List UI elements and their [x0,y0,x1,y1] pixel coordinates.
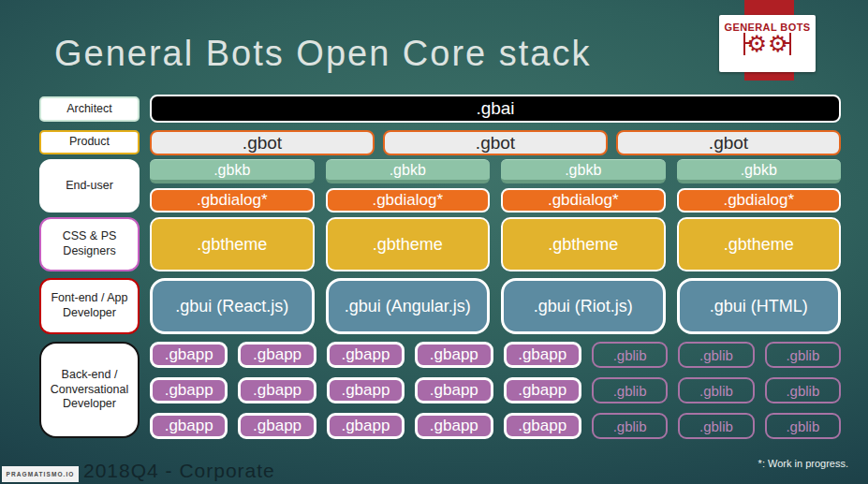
row-label-architect: Architect [39,96,140,122]
gbapp-box: .gbapp [150,413,228,439]
row-label-backend-developer: Back-end / Conversational Developer [39,342,140,438]
gbkb-box: .gbkb [150,159,315,183]
backend-row-1: .gbapp .gbapp .gbapp .gbapp .gbapp .gbli… [150,342,841,368]
gbdialog-row: .gbdialog* .gbdialog* .gbdialog* .gbdial… [150,188,841,213]
gbdialog-box: .gbdialog* [677,188,842,213]
gbui-html-box: .gbui (HTML) [677,278,842,334]
row-label-product: Product [39,130,140,154]
row-label-frontend-developer: Font-end / App Developer [39,278,140,334]
gbapp-box: .gbapp [504,377,581,403]
row-label-end-user: End-user [39,159,140,213]
gbai-row: .gbai [150,95,841,123]
gbtheme-row: .gbtheme .gbtheme .gbtheme .gbtheme [150,217,841,271]
backend-row-3: .gbapp .gbapp .gbapp .gbapp .gbapp .gbli… [150,413,841,439]
gbapp-box: .gbapp [415,377,493,403]
gbapp-box: .gbapp [327,342,405,368]
gbtheme-box: .gbtheme [677,217,842,271]
gbkb-row: .gbkb .gbkb .gbkb .gbkb [150,159,841,183]
gbkb-box: .gbkb [501,159,666,183]
gbot-box: .gbot [383,130,608,155]
gbapp-box: .gbapp [238,413,316,439]
gblib-box: .gblib [765,413,841,439]
slide: General Bots Open Core stack GENERAL BOT… [0,0,868,484]
bar-icon [789,33,791,55]
gbdialog-box: .gbdialog* [150,188,315,213]
page-title: General Bots Open Core stack [54,34,591,74]
gbapp-box: .gbapp [238,377,316,403]
gbkb-box: .gbkb [326,159,491,183]
gbapp-box: .gbapp [327,413,405,439]
gbot-box: .gbot [616,130,841,155]
gblib-box: .gblib [592,413,668,439]
gblib-box: .gblib [678,413,754,439]
gbui-react-box: .gbui (React.js) [150,278,315,334]
gbapp-box: .gbapp [504,413,581,439]
gblib-box: .gblib [592,342,668,368]
gbapp-box: .gbapp [150,377,228,403]
gbdialog-box: .gbdialog* [326,188,491,213]
logo-gears: ⚙ ⚙ [743,33,790,55]
gbkb-box: .gbkb [677,159,842,183]
gbtheme-box: .gbtheme [326,217,491,271]
gbot-row: .gbot .gbot .gbot [150,130,841,155]
gblib-box: .gblib [765,377,841,403]
gbapp-box: .gbapp [327,377,405,403]
gbot-box: .gbot [150,130,375,155]
gbapp-box: .gbapp [415,342,493,368]
backend-row-2: .gbapp .gbapp .gbapp .gbapp .gbapp .gbli… [150,377,841,403]
gbtheme-box: .gbtheme [501,217,666,271]
gbapp-box: .gbapp [150,342,228,368]
gbtheme-box: .gbtheme [150,217,315,271]
slide-edition-text: 2018Q4 - Corporate [83,460,275,482]
gbapp-box: .gbapp [415,413,493,439]
bar-icon [743,33,745,55]
gbapp-box: .gbapp [238,342,316,368]
row-label-designers: CSS & PS Designers [39,217,140,271]
pragmatismo-logo: PRAGMATISMO.IO [2,466,79,482]
gblib-box: .gblib [678,377,754,403]
gblib-box: .gblib [592,377,668,403]
gbai-box: .gbai [150,95,841,123]
gbapp-box: .gbapp [504,342,581,368]
gear-icon: ⚙ [768,33,788,55]
general-bots-logo: GENERAL BOTS ⚙ ⚙ [719,15,816,72]
gbdialog-box: .gbdialog* [501,188,666,213]
gblib-box: .gblib [765,342,841,368]
gear-icon: ⚙ [746,33,767,55]
gbui-riot-box: .gbui (Riot.js) [501,278,666,334]
gbui-row: .gbui (React.js) .gbui (Angular.js) .gbu… [150,278,841,334]
work-in-progress-note: *: Work in progress. [758,458,848,469]
gbui-angular-box: .gbui (Angular.js) [326,278,491,334]
gblib-box: .gblib [678,342,754,368]
